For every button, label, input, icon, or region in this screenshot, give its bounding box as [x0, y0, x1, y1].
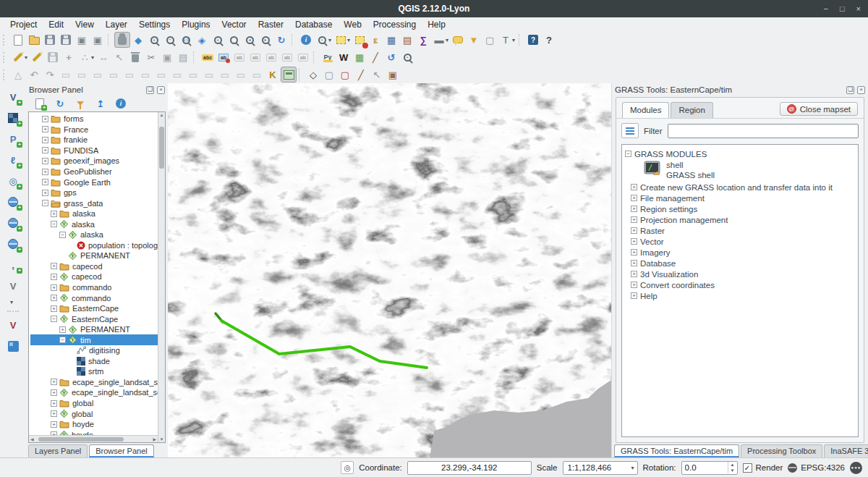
spin-down-icon[interactable]: ▼	[728, 468, 737, 473]
expand-icon[interactable]: +	[42, 158, 48, 164]
save-project-as-icon[interactable]	[58, 32, 74, 48]
collapse-icon[interactable]: −	[59, 232, 66, 238]
rotate-label-icon[interactable]: ab	[279, 49, 295, 65]
expand-icon[interactable]: +	[51, 305, 57, 312]
composer-manager-icon[interactable]: ▣	[90, 32, 106, 48]
expand-icon[interactable]: +	[631, 184, 637, 190]
filter-input[interactable]	[668, 124, 859, 138]
new-bookmark-icon[interactable]: ▼	[466, 32, 482, 48]
expand-icon[interactable]: +	[51, 284, 57, 291]
collapse-icon[interactable]: −	[42, 200, 48, 206]
grass-vector-edit-icon[interactable]: V	[4, 317, 22, 333]
messages-icon[interactable]: ●●●	[850, 462, 862, 474]
scale-combo[interactable]: 1:1,128,466 ▾	[563, 461, 638, 475]
crs-status-button[interactable]: EPSG:4326	[788, 463, 845, 473]
browser-item-geoexif-images[interactable]: +geoexif_images	[30, 156, 158, 166]
grass-module-shell[interactable]: shellGRASS shell	[644, 161, 855, 180]
menu-plugins[interactable]: Plugins	[176, 18, 216, 31]
expand-icon[interactable]: +	[42, 126, 48, 132]
new-project-icon[interactable]	[10, 32, 26, 48]
browser-item-permanent[interactable]: +PERMANENT	[30, 324, 158, 335]
zoom-to-layer-icon[interactable]	[226, 32, 242, 48]
browser-item-france[interactable]: +France	[30, 124, 158, 135]
expand-icon[interactable]: +	[631, 260, 637, 266]
expand-icon[interactable]: +	[51, 400, 57, 407]
copy-features-icon[interactable]: ▣	[159, 49, 175, 65]
grass-display-region-icon[interactable]: ◇	[305, 67, 321, 83]
expand-icon[interactable]: +	[51, 295, 57, 301]
expand-icon[interactable]: +	[51, 379, 57, 385]
add-part-icon[interactable]: ▭	[90, 67, 106, 83]
grass-module-convert-coordinates[interactable]: +Convert coordinates	[625, 279, 855, 290]
show-statistics-icon[interactable]: ∑	[415, 32, 431, 48]
add-feature-icon[interactable]: +	[61, 49, 77, 65]
minimize-icon[interactable]: −	[823, 5, 827, 13]
undo-icon[interactable]: ↶	[26, 67, 42, 83]
inasafe-dock-icon[interactable]	[4, 338, 22, 354]
close-icon[interactable]: ×	[856, 5, 861, 13]
add-ring-icon[interactable]: ▭	[74, 67, 90, 83]
browser-item-frankie[interactable]: +frankie	[30, 135, 158, 145]
grass-module-database[interactable]: +Database	[625, 258, 855, 269]
menu-settings[interactable]: Settings	[133, 18, 176, 31]
collapse-all-icon[interactable]: ↥	[94, 97, 107, 110]
expand-icon[interactable]: +	[59, 326, 66, 333]
grass-close-mapset-tool-icon[interactable]: ▣	[385, 67, 401, 83]
toggle-editing-icon[interactable]	[29, 49, 45, 65]
grass-module-create-new-grass-location-and-transfer-data-into-it[interactable]: +Create new GRASS location and transfer …	[625, 182, 855, 193]
expand-icon[interactable]: +	[51, 263, 57, 269]
grass-module-help[interactable]: +Help	[625, 290, 855, 301]
collapse-icon[interactable]: −	[51, 221, 57, 227]
grass-edit-tools-icon[interactable]: ╱	[353, 67, 369, 83]
menu-project[interactable]: Project	[4, 18, 43, 31]
pan-map-icon[interactable]	[114, 32, 130, 48]
vertical-scrollbar[interactable]: ▲ ▼	[158, 112, 165, 442]
add-spatialite-layer-icon[interactable]: ℓ+	[4, 152, 22, 168]
zoom-next-icon[interactable]: ▸	[258, 32, 273, 48]
add-wfs-layer-icon[interactable]: +	[4, 236, 22, 252]
pan-to-selection-icon[interactable]: ◆	[130, 32, 146, 48]
expand-icon[interactable]: +	[42, 137, 48, 143]
zoom-native-icon[interactable]: 1:1	[178, 32, 194, 48]
set-square-icon[interactable]: △	[10, 67, 26, 83]
node-tool-icon[interactable]: ∴	[77, 49, 93, 65]
float-panel-icon[interactable]: ❏	[146, 86, 154, 94]
browser-item-commando[interactable]: +commando	[30, 282, 158, 293]
list-view-toggle-button[interactable]	[621, 123, 639, 138]
grass-modules-root[interactable]: −GRASS MODULES	[625, 148, 855, 159]
refresh-map-icon[interactable]: ↻	[273, 32, 289, 48]
run-feature-action-icon[interactable]: •	[314, 32, 330, 48]
move-label-icon[interactable]: ab	[263, 49, 279, 65]
browser-item-commando[interactable]: +commando	[30, 292, 158, 303]
vertex-edit-icon[interactable]: ↖	[111, 49, 127, 65]
grass-module-vector[interactable]: +Vector	[625, 236, 855, 247]
expand-icon[interactable]: +	[42, 190, 48, 196]
zoom-out-icon[interactable]: −	[162, 32, 178, 48]
grass-module-imagery[interactable]: +Imagery	[625, 247, 855, 258]
collapse-icon[interactable]: −	[59, 337, 66, 343]
python-console-icon[interactable]: Py	[320, 49, 336, 65]
expand-icon[interactable]: +	[631, 227, 637, 234]
simplify-feature-icon[interactable]: ▭	[58, 67, 74, 83]
map-canvas[interactable]	[168, 83, 611, 457]
fill-ring-icon[interactable]: ▭	[106, 67, 122, 83]
osm-tools-icon[interactable]: ╱	[367, 49, 383, 65]
refresh-browser-icon[interactable]: ↻	[54, 97, 67, 110]
text-annotation-icon[interactable]: T	[498, 32, 514, 48]
open-attribute-table-icon[interactable]: ▦	[383, 32, 399, 48]
tab-inasafe-3-2-2[interactable]: InaSAFE 3.2.2	[824, 444, 868, 457]
zoom-last-icon[interactable]: ◂	[242, 32, 258, 48]
save-project-icon[interactable]	[42, 32, 58, 48]
browser-item-global[interactable]: +global	[30, 398, 158, 409]
cut-features-icon[interactable]: ✂	[143, 49, 159, 65]
expand-icon[interactable]: +	[51, 211, 57, 217]
menu-vector[interactable]: Vector	[216, 18, 252, 31]
grass-module-3d-visualization[interactable]: +3d Visualization	[625, 269, 855, 279]
reshape-features-icon[interactable]: ▭	[153, 67, 169, 83]
scroll-left-icon[interactable]: ◀	[30, 436, 34, 442]
help-contents-icon[interactable]: ?	[525, 32, 541, 48]
zoom-full-icon[interactable]: ◈	[194, 32, 210, 48]
delete-selected-icon[interactable]	[127, 49, 143, 65]
browser-item-tim[interactable]: −tim	[30, 334, 158, 345]
expand-icon[interactable]: +	[631, 292, 637, 299]
